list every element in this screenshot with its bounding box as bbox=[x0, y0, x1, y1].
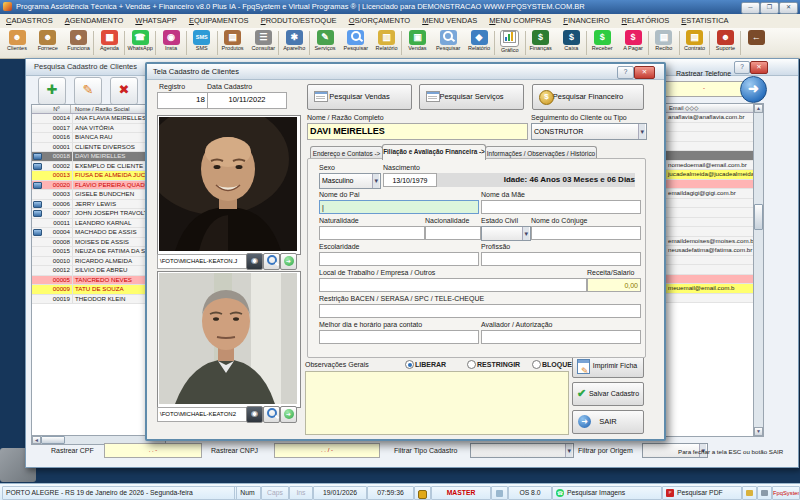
dialog-titlebar[interactable]: Tela Cadastro de Clientes ? ✕ bbox=[147, 64, 664, 80]
close-icon[interactable]: ✕ bbox=[750, 61, 768, 74]
nacionalidade-field[interactable] bbox=[425, 226, 481, 240]
client-email[interactable] bbox=[666, 294, 753, 304]
help-button[interactable]: ? bbox=[617, 66, 634, 79]
scroll-down-icon[interactable]: ▼ bbox=[754, 427, 763, 436]
pesquisar-servicos-button[interactable]: Pesquisar Serviços bbox=[419, 84, 524, 110]
toolbar-relatorio-os[interactable]: ▥Relatório bbox=[372, 29, 402, 57]
client-email[interactable] bbox=[666, 123, 753, 133]
tab-filiacao[interactable]: Filiação e Avaliação Financeira -> bbox=[382, 144, 486, 160]
scroll-left-icon[interactable]: ◄ bbox=[32, 436, 41, 444]
client-email[interactable] bbox=[666, 208, 753, 218]
observacoes-textarea[interactable] bbox=[305, 371, 569, 435]
radio-liberar[interactable] bbox=[405, 360, 414, 369]
photo2-path-field[interactable]: \FOTO\MICHAEL-KEATON2 bbox=[157, 407, 249, 422]
delete-record-button[interactable]: ✖ bbox=[110, 77, 138, 105]
client-email[interactable] bbox=[666, 256, 753, 266]
profissao-field[interactable] bbox=[481, 252, 641, 266]
toolbar-agenda[interactable]: ▦Agenda bbox=[94, 29, 124, 57]
toolbar-servicos[interactable]: ✎Serviços bbox=[310, 29, 340, 57]
menu-menu-compras[interactable]: MENU COMPRAS bbox=[483, 14, 557, 28]
nascimento-field[interactable]: 13/10/1979 bbox=[383, 173, 437, 187]
client-email[interactable]: nomedoemail@email.com.br bbox=[666, 161, 753, 171]
data-cadastro-field[interactable]: 10/11/2022 bbox=[207, 92, 287, 109]
menu-whatsapp[interactable]: WHATSAPP bbox=[129, 14, 183, 28]
rastrear-telefone-input[interactable]: - bbox=[663, 81, 745, 97]
close-icon[interactable]: ✕ bbox=[634, 66, 655, 79]
toolbar-aparelho[interactable]: ✱Aparelho bbox=[279, 29, 309, 57]
zoom-photo-icon[interactable] bbox=[263, 253, 280, 270]
client-email[interactable]: neusadefatima@fatima.com.br bbox=[666, 246, 753, 256]
pesquisar-imagens-button[interactable]: ☎Pesquisar Imagens bbox=[552, 486, 662, 500]
menu-os-or-amento[interactable]: OS/ORÇAMENTO bbox=[343, 14, 417, 28]
menu-agendamento[interactable]: AGENDAMENTO bbox=[59, 14, 130, 28]
load-photo-icon[interactable]: ➜ bbox=[280, 253, 297, 270]
toolbar-funcionarios[interactable]: ☻Funciona bbox=[64, 29, 94, 57]
column-header-num[interactable]: Nº bbox=[43, 105, 71, 113]
menu-menu-vendas[interactable]: MENU VENDAS bbox=[416, 14, 483, 28]
radio-restringir[interactable] bbox=[467, 360, 476, 369]
naturalidade-field[interactable] bbox=[319, 226, 425, 240]
toolbar-vendas[interactable]: ▣Vendas bbox=[402, 29, 432, 57]
client-email[interactable] bbox=[666, 275, 753, 285]
load-photo-icon[interactable]: ➜ bbox=[280, 406, 297, 423]
minimize-button[interactable]: ─ bbox=[741, 2, 760, 14]
rastrear-cnpj-input[interactable]: . . / - bbox=[274, 443, 380, 458]
maximize-button[interactable]: ❐ bbox=[760, 2, 779, 14]
melhor-dia-field[interactable] bbox=[319, 330, 479, 344]
folder-icon[interactable] bbox=[742, 486, 757, 500]
vertical-scrollbar[interactable]: ▲ ▼ bbox=[753, 103, 764, 437]
camera-icon[interactable]: ◉ bbox=[246, 253, 263, 270]
nome-field[interactable]: DAVI MEIRELLES bbox=[307, 123, 528, 140]
scrollbar-thumb[interactable] bbox=[754, 204, 763, 230]
client-email[interactable] bbox=[666, 227, 753, 237]
receita-field[interactable]: 0,00 bbox=[587, 278, 641, 292]
toolbar-recibo[interactable]: ▤Recibo bbox=[649, 29, 679, 57]
client-email[interactable] bbox=[666, 199, 753, 209]
toolbar-produtos[interactable]: ▤Produtos bbox=[218, 29, 248, 57]
toolbar-grafico[interactable]: Gráfico bbox=[495, 29, 525, 57]
scroll-up-icon[interactable]: ▲ bbox=[754, 104, 763, 113]
filtrar-tipo-dropdown[interactable] bbox=[470, 443, 574, 458]
toolbar-receber[interactable]: $Receber bbox=[587, 29, 617, 57]
search-phone-button[interactable]: ➜ bbox=[740, 76, 767, 103]
client-email[interactable] bbox=[666, 218, 753, 228]
local-trabalho-field[interactable] bbox=[319, 278, 587, 292]
menu-financeiro[interactable]: FINANCEIRO bbox=[557, 14, 615, 28]
client-email[interactable]: emaildemoises@moises.com.b bbox=[666, 237, 753, 247]
camera-icon[interactable]: ◉ bbox=[246, 406, 263, 423]
help-button[interactable]: ? bbox=[734, 61, 750, 74]
toolbar-sair-app[interactable]: ← bbox=[741, 29, 771, 57]
sair-button[interactable]: ➜SAIR bbox=[572, 410, 644, 434]
client-email[interactable] bbox=[666, 132, 753, 142]
restricao-field[interactable] bbox=[319, 304, 641, 318]
estado-civil-dropdown[interactable] bbox=[481, 226, 531, 241]
seguimento-dropdown[interactable]: CONSTRUTOR bbox=[531, 123, 647, 140]
column-header-email[interactable]: Email ◇◇◇ bbox=[666, 104, 753, 113]
mae-field[interactable] bbox=[481, 200, 641, 214]
toolbar-whatsapp[interactable]: ☎WhatsApp bbox=[125, 29, 155, 57]
toolbar-consultar[interactable]: ☰Consultar bbox=[248, 29, 278, 57]
client-email[interactable]: jucadealmeida@jucadealmeida bbox=[666, 170, 753, 180]
pai-field[interactable]: | bbox=[319, 200, 479, 214]
sexo-dropdown[interactable]: Masculino bbox=[319, 173, 381, 189]
menu-produto-estoque[interactable]: PRODUTO/ESTOQUE bbox=[255, 14, 343, 28]
add-record-button[interactable]: ✚ bbox=[38, 77, 66, 105]
toolbar-pesquisar-os[interactable]: Pesquisar bbox=[341, 29, 371, 57]
pesquisar-financeiro-button[interactable]: $Pesquisar Financeiro bbox=[532, 84, 644, 110]
toolbar-financas[interactable]: $Finanças bbox=[526, 29, 556, 57]
toolbar-suporte[interactable]: ☻Suporte bbox=[710, 29, 740, 57]
conjuge-field[interactable] bbox=[531, 226, 641, 240]
pesquisar-vendas-button[interactable]: Pesquisar Vendas bbox=[307, 84, 412, 110]
toolbar-pesquisar-vendas[interactable]: Pesquisar bbox=[433, 29, 463, 57]
menu-estatistica[interactable]: ESTATISTICA bbox=[675, 14, 734, 28]
toolbar-a-pagar[interactable]: $A Pagar bbox=[618, 29, 648, 57]
client-email[interactable]: emaildagigi@gigi.com.br bbox=[666, 189, 753, 199]
pesquisar-pdf-button[interactable]: PPesquisar PDF bbox=[662, 486, 742, 500]
toolbar-clientes[interactable]: ☻Clientes bbox=[2, 29, 32, 57]
toolbar-contrato[interactable]: ▤Contrato bbox=[680, 29, 710, 57]
menu-relat-rios[interactable]: RELATÓRIOS bbox=[616, 14, 676, 28]
avaliador-field[interactable] bbox=[481, 330, 641, 344]
toolbar-relatorio-vendas[interactable]: ◆Relatório bbox=[464, 29, 494, 57]
rastrear-cpf-input[interactable]: . . - bbox=[104, 443, 202, 458]
client-email[interactable] bbox=[666, 142, 753, 152]
